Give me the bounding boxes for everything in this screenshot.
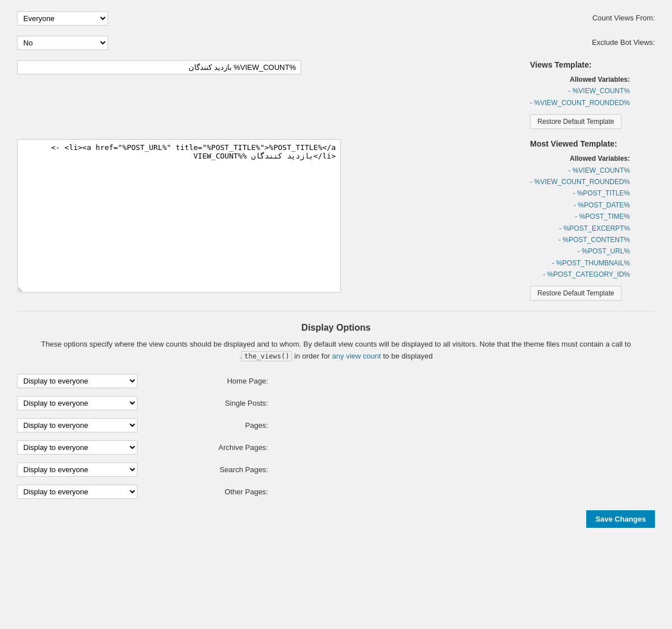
archive-pages-label: :Archive Pages <box>155 443 268 452</box>
pages-select[interactable]: Display to everyone Do not display Displ… <box>17 418 137 432</box>
display-options-title: Display Options <box>17 323 655 333</box>
views-template-input[interactable] <box>17 60 301 74</box>
single-posts-select[interactable]: Display to everyone Do not display Displ… <box>17 396 137 410</box>
display-row-archive: :Archive Pages Display to everyone Do no… <box>17 440 655 455</box>
most-viewed-template-allowed-label: :Allowed Variables <box>570 155 630 163</box>
pages-control: Display to everyone Do not display Displ… <box>17 418 137 432</box>
mv-var-3: %POST_TITLE% - <box>573 189 630 197</box>
desc-blue-text: any view count <box>332 352 381 360</box>
most-viewed-template-row: :Most Viewed Template :Allowed Variables… <box>17 139 655 301</box>
search-pages-select[interactable]: Display to everyone Do not display Displ… <box>17 463 137 477</box>
count-views-from-label: :Count Views From <box>530 11 655 22</box>
display-row-home: :Home Page Display to everyone Do not di… <box>17 374 655 388</box>
views-template-control <box>17 60 530 74</box>
single-posts-label: :Single Posts <box>155 399 268 407</box>
pages-label: :Pages <box>155 421 268 430</box>
display-options-section: Display Options These options specify wh… <box>17 323 655 528</box>
views-template-title: :Views Template <box>530 60 591 69</box>
views-template-allowed-vars: :Allowed Variables %VIEW_COUNT% - %VIEW_… <box>530 74 630 109</box>
display-row-single: :Single Posts Display to everyone Do not… <box>17 396 655 410</box>
search-pages-control: Display to everyone Do not display Displ… <box>17 463 137 477</box>
archive-pages-select[interactable]: Display to everyone Do not display Displ… <box>17 440 137 455</box>
most-viewed-template-vars: :Most Viewed Template :Allowed Variables… <box>530 139 655 301</box>
exclude-bot-views-row: :Exclude Bot Views No Yes <box>17 36 655 50</box>
exclude-bot-views-control: No Yes <box>17 36 530 50</box>
mv-var-4: %POST_DATE% - <box>574 201 630 209</box>
the-views-code: the_views() <box>241 351 292 361</box>
views-template-vars: :Views Template :Allowed Variables %VIEW… <box>530 60 655 129</box>
search-pages-label: :Search Pages <box>155 465 268 474</box>
divider <box>17 311 655 311</box>
display-row-search: :Search Pages Display to everyone Do not… <box>17 463 655 477</box>
most-viewed-template-restore-btn[interactable]: Restore Default Template <box>530 286 621 301</box>
save-changes-button[interactable]: Save Changes <box>586 510 655 528</box>
views-template-var-2: %VIEW_COUNT_ROUNDED% - <box>530 99 630 107</box>
count-views-from-control: Everyone Logged-in Users Guests <box>17 11 530 26</box>
display-options-desc: These options specify where the view cou… <box>17 339 655 363</box>
desc-text-1: These options specify where the view cou… <box>41 340 631 348</box>
mv-var-1: %VIEW_COUNT% - <box>568 166 630 174</box>
archive-pages-control: Display to everyone Do not display Displ… <box>17 440 137 455</box>
save-row: Save Changes <box>17 510 655 528</box>
mv-var-10: %POST_CATEGORY_ID% - <box>543 270 630 278</box>
mv-var-8: %POST_URL% - <box>578 247 630 255</box>
mv-var-2: %VIEW_COUNT_ROUNDED% - <box>530 178 630 186</box>
page-wrapper: :Count Views From Everyone Logged-in Use… <box>0 0 672 539</box>
most-viewed-template-allowed-vars: :Allowed Variables %VIEW_COUNT% - %VIEW_… <box>530 153 630 280</box>
most-viewed-template-control: li><a href="%POST_URL%" title="%POST_TIT… <box>17 139 530 293</box>
views-template-var-1: %VIEW_COUNT% - <box>568 87 630 95</box>
other-pages-control: Display to everyone Do not display Displ… <box>17 485 137 499</box>
most-viewed-template-title: :Most Viewed Template <box>530 139 617 148</box>
views-template-restore-btn[interactable]: Restore Default Template <box>530 114 621 129</box>
count-views-from-select[interactable]: Everyone Logged-in Users Guests <box>17 11 108 26</box>
mv-var-5: %POST_TIME% - <box>575 213 630 220</box>
display-row-other: :Other Pages Display to everyone Do not … <box>17 485 655 499</box>
home-page-label: :Home Page <box>155 377 268 385</box>
views-template-row: :Views Template :Allowed Variables %VIEW… <box>17 60 655 129</box>
single-posts-control: Display to everyone Do not display Displ… <box>17 396 137 410</box>
desc-text-2: in order for <box>294 352 330 360</box>
mv-var-9: %POST_THUMBNAIL% - <box>552 259 630 267</box>
home-page-control: Display to everyone Do not display Displ… <box>17 374 137 388</box>
home-page-select[interactable]: Display to everyone Do not display Displ… <box>17 374 137 388</box>
mv-var-7: %POST_CONTENT% - <box>558 236 630 244</box>
most-viewed-template-textarea[interactable]: li><a href="%POST_URL%" title="%POST_TIT… <box>17 139 341 293</box>
count-views-from-row: :Count Views From Everyone Logged-in Use… <box>17 11 655 26</box>
other-pages-select[interactable]: Display to everyone Do not display Displ… <box>17 485 137 499</box>
other-pages-label: :Other Pages <box>155 488 268 496</box>
exclude-bot-views-select[interactable]: No Yes <box>17 36 108 50</box>
display-row-pages: :Pages Display to everyone Do not displa… <box>17 418 655 432</box>
exclude-bot-views-label: :Exclude Bot Views <box>530 36 655 47</box>
mv-var-6: %POST_EXCERPT% - <box>559 224 630 232</box>
views-template-allowed-label: :Allowed Variables <box>570 76 630 84</box>
